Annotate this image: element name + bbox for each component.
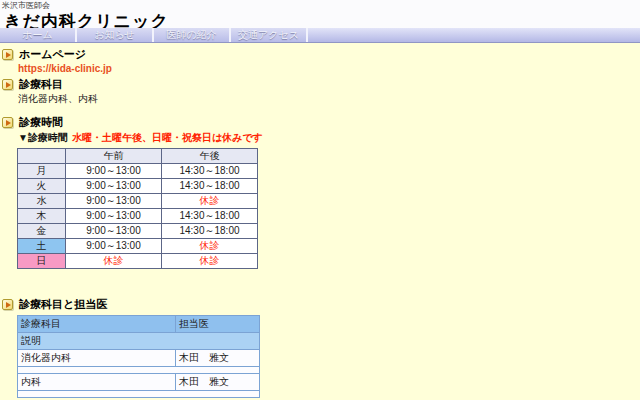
staff-subheader-row: 説明 [18, 333, 260, 350]
homepage-heading: ホームページ [19, 47, 86, 62]
dept-cell: 内科 [18, 374, 176, 391]
doctor-cell: 木田 雅文 [176, 350, 260, 367]
pm-cell: 14:30～18:00 [162, 224, 258, 239]
section-staff: 診療科目と担当医 [2, 297, 640, 312]
hours-heading: 診療時間 [19, 115, 63, 130]
nav-item-news[interactable]: お知らせ [77, 28, 154, 42]
arrow-right-icon [2, 117, 13, 128]
pm-cell-closed: 休診 [162, 194, 258, 209]
org-label: 米沢市医師会 [2, 1, 640, 10]
homepage-link-row: https://kida-clinic.jp [18, 63, 640, 75]
hours-col-pm: 午後 [162, 149, 258, 164]
doctor-cell: 木田 雅文 [176, 374, 260, 391]
staff-note-row [18, 367, 260, 374]
pm-cell: 14:30～18:00 [162, 209, 258, 224]
hours-row-thu: 木 9:00～13:00 14:30～18:00 [18, 209, 258, 224]
arrow-right-icon [2, 299, 13, 310]
hours-notice: ▼診療時間水曜・土曜午後、日曜・祝祭日は休みです [18, 131, 640, 144]
am-cell: 9:00～13:00 [66, 164, 162, 179]
page-header: 米沢市医師会 きだ内科クリニック [0, 0, 640, 28]
staff-note-row [18, 391, 260, 398]
hours-col-am: 午前 [66, 149, 162, 164]
nav-item-doctors[interactable]: 医師の紹介 [154, 28, 231, 42]
nav-item-access[interactable]: 交通アクセス [231, 28, 308, 42]
hours-row-mon: 月 9:00～13:00 14:30～18:00 [18, 164, 258, 179]
am-cell: 9:00～13:00 [66, 209, 162, 224]
am-cell-closed: 休診 [66, 254, 162, 269]
staff-col-doctor: 担当医 [176, 316, 260, 333]
section-homepage: ホームページ [2, 47, 640, 62]
day-cell-saturday: 土 [18, 239, 66, 254]
day-cell: 水 [18, 194, 66, 209]
hours-header-row: 午前 午後 [18, 149, 258, 164]
am-cell: 9:00～13:00 [66, 179, 162, 194]
hours-row-tue: 火 9:00～13:00 14:30～18:00 [18, 179, 258, 194]
day-cell: 火 [18, 179, 66, 194]
departments-text: 消化器内科、内科 [18, 93, 640, 105]
am-cell: 9:00～13:00 [66, 194, 162, 209]
am-cell: 9:00～13:00 [66, 239, 162, 254]
homepage-link[interactable]: https://kida-clinic.jp [18, 63, 112, 74]
note-cell [18, 391, 260, 398]
day-cell: 月 [18, 164, 66, 179]
day-cell: 木 [18, 209, 66, 224]
hours-notice-red: 水曜・土曜午後、日曜・祝祭日は休みです [72, 132, 263, 143]
staff-table: 診療科目 担当医 説明 消化器内科 木田 雅文 内科 木田 雅文 [17, 315, 260, 398]
day-cell: 金 [18, 224, 66, 239]
day-cell-sunday: 日 [18, 254, 66, 269]
pm-cell: 14:30～18:00 [162, 164, 258, 179]
pm-cell-closed: 休診 [162, 254, 258, 269]
note-cell [18, 367, 260, 374]
staff-row: 消化器内科 木田 雅文 [18, 350, 260, 367]
nav-bar: ホーム お知らせ 医師の紹介 交通アクセス [0, 28, 640, 43]
hours-row-wed: 水 9:00～13:00 休診 [18, 194, 258, 209]
arrow-right-icon [2, 49, 13, 60]
section-hours: 診療時間 [2, 115, 640, 130]
staff-subheader: 説明 [18, 333, 260, 350]
staff-col-dept: 診療科目 [18, 316, 176, 333]
hours-notice-prefix: ▼診療時間 [18, 132, 68, 143]
departments-heading: 診療科目 [19, 77, 63, 92]
hours-row-fri: 金 9:00～13:00 14:30～18:00 [18, 224, 258, 239]
hours-row-sun: 日 休診 休診 [18, 254, 258, 269]
staff-row: 内科 木田 雅文 [18, 374, 260, 391]
hours-row-sat: 土 9:00～13:00 休診 [18, 239, 258, 254]
hours-corner-cell [18, 149, 66, 164]
arrow-right-icon [2, 79, 13, 90]
pm-cell: 14:30～18:00 [162, 179, 258, 194]
am-cell: 9:00～13:00 [66, 224, 162, 239]
staff-heading: 診療科目と担当医 [19, 297, 107, 312]
dept-cell: 消化器内科 [18, 350, 176, 367]
hours-table: 午前 午後 月 9:00～13:00 14:30～18:00 火 9:00～13… [17, 148, 258, 269]
main-content: ホームページ https://kida-clinic.jp 診療科目 消化器内科… [0, 43, 640, 400]
pm-cell-closed: 休診 [162, 239, 258, 254]
section-departments: 診療科目 [2, 77, 640, 92]
nav-item-home[interactable]: ホーム [0, 28, 77, 42]
staff-header-row: 診療科目 担当医 [18, 316, 260, 333]
